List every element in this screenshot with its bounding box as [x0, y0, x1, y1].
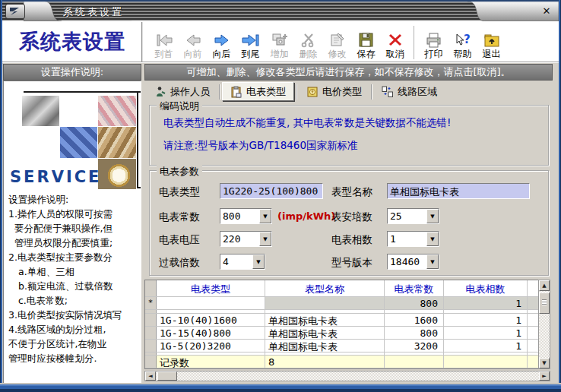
column-header-meter-type[interactable]: 电表类型 [157, 280, 265, 296]
params-group-label: 电表参数 [157, 165, 202, 179]
tabstrip: 操作人员 电表类型 电价类型 [144, 81, 553, 102]
chevron-down-icon: ▼ [263, 236, 267, 242]
scroll-right-icon: ► [542, 373, 546, 379]
model-name-label: 表型名称 [331, 185, 372, 199]
record-count-label: 记录数 [157, 356, 265, 368]
toolbar-button-help[interactable]: ? 帮助 [450, 32, 475, 59]
params-groupbox: 电表参数 电表类型 1G220-25(100)800 表型名称 单相国标电卡表 … [149, 170, 549, 276]
overload-label: 过载倍数 [159, 256, 200, 270]
exit-icon [482, 32, 502, 49]
tab-price-type[interactable]: 电价类型 [299, 83, 369, 101]
chevron-down-icon: ▼ [430, 259, 434, 265]
tab-meter-type[interactable]: 电表类型 [222, 82, 294, 101]
meter-constant-unit: (imp/kWh) [277, 210, 335, 222]
row-selector[interactable] [145, 327, 157, 339]
scroll-left-button[interactable]: ◄ [145, 371, 156, 381]
notice-group-label: 编码说明 [157, 100, 202, 113]
dropdown-button[interactable]: ▼ [252, 254, 265, 269]
cancel-icon [385, 32, 405, 49]
scroll-down-icon: ▼ [542, 360, 546, 366]
toolbar-button-add: 增加 [267, 32, 292, 59]
row-selector[interactable]: * [145, 297, 157, 309]
dropdown-button[interactable]: ▼ [426, 254, 439, 269]
window-border [0, 383, 561, 392]
photo-metal-tools [22, 96, 59, 126]
meter-type-grid: 电表类型 表型名称 电表常数 电表相数 * 800 1 1G-10(40)160… [144, 280, 550, 369]
dropdown-button[interactable]: ▼ [259, 232, 271, 246]
chevron-down-icon: ▼ [430, 236, 434, 242]
phase-label: 电表相数 [331, 233, 372, 247]
toolbar: 到首 向前 向后 到尾 [145, 22, 558, 62]
scroll-up-button[interactable]: ▲ [539, 280, 550, 291]
vertical-scroll-thumb[interactable] [539, 292, 550, 314]
close-button[interactable]: ✕ [539, 5, 554, 18]
scroll-right-button[interactable]: ► [539, 371, 550, 381]
model-name-field[interactable]: 单相国标电卡表 [387, 183, 530, 199]
column-header-model-name[interactable]: 表型名称 [265, 280, 385, 296]
row-selector[interactable] [145, 340, 157, 352]
version-label: 型号版本 [331, 256, 372, 270]
toolbar-button-last[interactable]: 到尾 [238, 32, 263, 59]
decorative-line [137, 91, 138, 188]
window-border [0, 0, 561, 2]
dropdown-button[interactable]: ▼ [426, 232, 439, 246]
grid-vertical-scrollbar[interactable]: ▲ ▼ [538, 280, 550, 369]
toolbar-button-cancel[interactable]: 取消 [382, 32, 407, 59]
meter-constant-label: 电表常数 [159, 210, 200, 224]
first-record-icon [154, 32, 174, 49]
decorative-line [137, 187, 141, 188]
dropdown-button[interactable]: ▼ [259, 209, 271, 223]
tab-separator [219, 84, 220, 100]
toolbar-button-next[interactable]: 向后 [209, 32, 234, 59]
page-title: 系统表设置 [19, 28, 125, 55]
column-header-phase[interactable]: 电表相数 [444, 280, 528, 296]
app-logo-icon [5, 4, 25, 19]
tab-separator [296, 84, 297, 100]
tab-line-region[interactable]: 线路区域 [374, 83, 445, 101]
printer-icon [424, 32, 444, 49]
chevron-down-icon: ▼ [256, 259, 260, 265]
window-border [0, 0, 2, 392]
photo-pencils [98, 96, 136, 126]
grid-new-row[interactable]: * 800 1 [145, 297, 550, 310]
scroll-down-button[interactable]: ▼ [539, 358, 550, 368]
overload-select[interactable]: 4 ▼ [220, 254, 265, 270]
app-title-panel: 系统表设置 [3, 22, 143, 62]
toolbar-button-exit[interactable]: 退出 [479, 32, 504, 59]
meter-type-field[interactable]: 1G220-25(100)800 [220, 183, 323, 199]
scroll-left-icon: ◄ [148, 373, 152, 379]
phase-select[interactable]: 1 ▼ [387, 231, 439, 247]
chevron-down-icon: ▼ [263, 213, 267, 220]
toolbar-separator [414, 26, 415, 59]
person-icon [154, 86, 166, 98]
grid-horizontal-scrollbar[interactable]: ◄ ► [144, 371, 550, 381]
grid-row[interactable]: 1G-5(20)3200 单相国标电卡表 3200 1 [145, 340, 550, 352]
voltage-select[interactable]: 220 ▼ [220, 231, 272, 247]
ampere-label: 表安培数 [331, 210, 372, 224]
chevron-down-icon: ▼ [430, 213, 434, 220]
region-pages-icon [382, 86, 394, 98]
toolbar-button-delete: 删除 [296, 32, 321, 59]
grid-row[interactable]: 1G-15(40)800 单相国标电卡表 800 1 [145, 327, 550, 340]
tab-separator [371, 84, 372, 100]
edit-record-icon [328, 32, 347, 49]
column-header-constant[interactable]: 电表常数 [385, 280, 444, 296]
toolbar-button-save[interactable]: 保存 [353, 32, 379, 59]
close-icon: ✕ [543, 5, 551, 17]
version-select[interactable]: 18460 ▼ [387, 254, 439, 270]
photo-pen [60, 96, 97, 126]
toolbar-button-print[interactable]: 打印 [421, 32, 446, 59]
tab-operators[interactable]: 操作人员 [147, 83, 217, 101]
ampere-select[interactable]: 25 ▼ [387, 208, 439, 224]
dropdown-button[interactable]: ▼ [426, 209, 439, 223]
photo-keyboard [60, 127, 97, 158]
decorative-line [24, 91, 141, 93]
sidebar-header: 设置操作说明: [3, 64, 141, 81]
meter-constant-select[interactable]: 800 ▼ [220, 208, 272, 224]
grid-row[interactable]: 1G-10(40)1600 单相国标电卡表 1600 1 [145, 314, 550, 327]
row-selector[interactable] [145, 314, 157, 326]
main-header-hint: 可增加、删除、修改各类型后请进行保存，如不保存修改，请点击[取消]。 [144, 64, 553, 81]
horizontal-scroll-thumb[interactable] [157, 371, 177, 381]
record-count-value: 8 [265, 356, 385, 368]
grid-header-row: 电表类型 表型名称 电表常数 电表相数 [145, 280, 550, 297]
